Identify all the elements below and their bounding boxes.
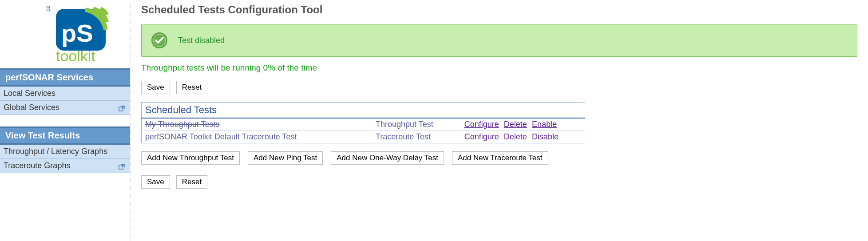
scheduled-tests-table: Scheduled Tests My Throughput Tests Thro… (141, 102, 585, 143)
external-link-icon (119, 105, 125, 111)
table-row: perfSONAR Toolkit Default Traceroute Tes… (142, 131, 585, 143)
save-button[interactable]: Save (141, 81, 170, 94)
test-name: perfSONAR Toolkit Default Traceroute Tes… (142, 131, 372, 143)
sidebar-item-throughput-latency[interactable]: Throughput / Latency Graphs (0, 145, 130, 159)
save-reset-bottom: Save Reset (141, 175, 857, 189)
table-row: My Throughput Tests Throughput Test Conf… (142, 118, 585, 131)
sidebar-item-label: Global Services (4, 103, 59, 112)
reset-button[interactable]: Reset (176, 175, 207, 189)
configure-link[interactable]: Configure (464, 132, 499, 141)
sidebar-header-results: View Test Results (0, 126, 130, 145)
svg-rect-4 (119, 107, 123, 111)
test-name: My Throughput Tests (145, 120, 219, 129)
alert-text: Test disabled (178, 36, 225, 45)
svg-text:performance: performance (45, 5, 51, 12)
svg-rect-5 (119, 165, 123, 169)
delete-link[interactable]: Delete (504, 120, 527, 129)
test-type: Throughput Test (372, 118, 461, 131)
disable-link[interactable]: Disable (532, 132, 559, 141)
sidebar: performance pS toolkit perfSONAR Service… (0, 0, 131, 241)
external-link-icon (119, 163, 125, 169)
configure-link[interactable]: Configure (464, 120, 499, 129)
reset-button[interactable]: Reset (176, 81, 207, 94)
sidebar-item-traceroute-graphs[interactable]: Traceroute Graphs (0, 159, 130, 173)
main: Scheduled Tests Configuration Tool Test … (131, 0, 868, 241)
add-test-buttons: Add New Throughput Test Add New Ping Tes… (141, 151, 857, 165)
logo: performance pS toolkit (0, 3, 130, 68)
delete-link[interactable]: Delete (504, 132, 527, 141)
sidebar-section-services: perfSONAR Services Local Services Global… (0, 68, 130, 115)
sidebar-item-label: Local Services (4, 89, 55, 98)
sidebar-header-services: perfSONAR Services (0, 68, 130, 87)
add-throughput-button[interactable]: Add New Throughput Test (141, 151, 240, 165)
test-type: Traceroute Test (372, 131, 461, 143)
sidebar-item-label: Traceroute Graphs (4, 161, 70, 170)
save-button[interactable]: Save (141, 175, 170, 189)
alert-success: Test disabled (141, 24, 857, 57)
sidebar-section-results: View Test Results Throughput / Latency G… (0, 126, 130, 173)
svg-text:pS: pS (61, 19, 93, 47)
checkmark-icon (151, 32, 168, 49)
add-traceroute-button[interactable]: Add New Traceroute Test (452, 151, 548, 165)
page-title: Scheduled Tests Configuration Tool (141, 4, 857, 16)
save-reset-top: Save Reset (141, 81, 857, 94)
add-owdelay-button[interactable]: Add New One-Way Delay Test (331, 151, 444, 165)
status-line: Throughput tests will be running 0% of t… (141, 63, 857, 73)
ps-toolkit-logo: performance pS toolkit (19, 5, 112, 63)
add-ping-button[interactable]: Add New Ping Test (248, 151, 323, 165)
tests-caption: Scheduled Tests (142, 103, 585, 119)
svg-text:toolkit: toolkit (56, 47, 95, 63)
sidebar-item-label: Throughput / Latency Graphs (4, 147, 107, 156)
sidebar-item-global-services[interactable]: Global Services (0, 101, 130, 115)
sidebar-item-local-services[interactable]: Local Services (0, 87, 130, 101)
enable-link[interactable]: Enable (532, 120, 557, 129)
